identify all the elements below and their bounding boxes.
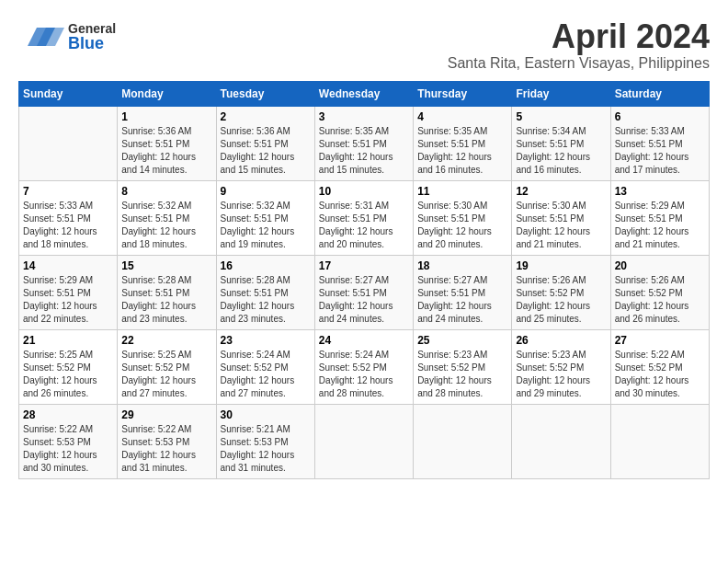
day-cell: 8Sunrise: 5:32 AM Sunset: 5:51 PM Daylig… (118, 180, 216, 255)
day-cell: 17Sunrise: 5:27 AM Sunset: 5:51 PM Dayli… (314, 255, 413, 329)
day-cell: 1Sunrise: 5:36 AM Sunset: 5:51 PM Daylig… (118, 106, 216, 180)
day-cell: 21Sunrise: 5:25 AM Sunset: 5:52 PM Dayli… (19, 329, 118, 404)
day-info: Sunrise: 5:31 AM Sunset: 5:51 PM Dayligh… (319, 201, 393, 249)
day-cell: 22Sunrise: 5:25 AM Sunset: 5:52 PM Dayli… (118, 329, 216, 404)
day-number: 24 (319, 334, 409, 347)
page-header: General Blue April 2024 Santa Rita, East… (18, 18, 710, 72)
col-header-tuesday: Tuesday (216, 81, 314, 106)
day-number: 23 (221, 334, 311, 347)
day-number: 1 (121, 110, 211, 123)
calendar-table: SundayMondayTuesdayWednesdayThursdayFrid… (18, 81, 710, 479)
col-header-saturday: Saturday (610, 81, 709, 106)
col-header-friday: Friday (512, 81, 610, 106)
day-info: Sunrise: 5:25 AM Sunset: 5:52 PM Dayligh… (121, 350, 196, 398)
day-cell (19, 106, 118, 180)
col-header-monday: Monday (118, 81, 216, 106)
day-cell: 7Sunrise: 5:33 AM Sunset: 5:51 PM Daylig… (19, 180, 118, 255)
day-cell: 29Sunrise: 5:22 AM Sunset: 5:53 PM Dayli… (118, 404, 216, 478)
day-info: Sunrise: 5:21 AM Sunset: 5:53 PM Dayligh… (221, 424, 295, 473)
day-info: Sunrise: 5:25 AM Sunset: 5:52 PM Dayligh… (23, 350, 97, 398)
day-cell: 25Sunrise: 5:23 AM Sunset: 5:52 PM Dayli… (414, 329, 512, 404)
day-info: Sunrise: 5:24 AM Sunset: 5:52 PM Dayligh… (319, 350, 393, 398)
day-cell: 26Sunrise: 5:23 AM Sunset: 5:52 PM Dayli… (512, 329, 610, 404)
day-cell (414, 404, 512, 478)
logo-icon (18, 18, 64, 55)
day-cell: 18Sunrise: 5:27 AM Sunset: 5:51 PM Dayli… (414, 255, 512, 329)
day-cell (610, 404, 709, 478)
day-number: 4 (417, 110, 507, 123)
day-number: 12 (516, 185, 606, 198)
day-number: 25 (417, 334, 507, 347)
week-row-2: 7Sunrise: 5:33 AM Sunset: 5:51 PM Daylig… (19, 180, 710, 255)
day-info: Sunrise: 5:22 AM Sunset: 5:53 PM Dayligh… (121, 424, 196, 473)
day-number: 14 (23, 259, 113, 272)
day-number: 30 (221, 408, 311, 421)
day-cell: 16Sunrise: 5:28 AM Sunset: 5:51 PM Dayli… (216, 255, 314, 329)
day-number: 11 (417, 185, 507, 198)
calendar-header-row: SundayMondayTuesdayWednesdayThursdayFrid… (19, 81, 710, 106)
day-info: Sunrise: 5:24 AM Sunset: 5:52 PM Dayligh… (221, 350, 295, 398)
day-number: 15 (121, 259, 211, 272)
day-cell: 2Sunrise: 5:36 AM Sunset: 5:51 PM Daylig… (216, 106, 314, 180)
day-number: 28 (23, 408, 113, 421)
day-info: Sunrise: 5:36 AM Sunset: 5:51 PM Dayligh… (221, 126, 295, 175)
day-cell: 11Sunrise: 5:30 AM Sunset: 5:51 PM Dayli… (414, 180, 512, 255)
day-info: Sunrise: 5:28 AM Sunset: 5:51 PM Dayligh… (121, 275, 196, 324)
month-title: April 2024 (448, 18, 710, 55)
day-cell: 20Sunrise: 5:26 AM Sunset: 5:52 PM Dayli… (610, 255, 709, 329)
day-number: 21 (23, 334, 113, 347)
day-number: 5 (516, 110, 606, 123)
day-info: Sunrise: 5:36 AM Sunset: 5:51 PM Dayligh… (121, 126, 196, 175)
day-cell (512, 404, 610, 478)
day-info: Sunrise: 5:30 AM Sunset: 5:51 PM Dayligh… (516, 201, 590, 249)
day-cell: 6Sunrise: 5:33 AM Sunset: 5:51 PM Daylig… (610, 106, 709, 180)
day-cell: 28Sunrise: 5:22 AM Sunset: 5:53 PM Dayli… (19, 404, 118, 478)
day-number: 9 (221, 185, 311, 198)
day-info: Sunrise: 5:22 AM Sunset: 5:53 PM Dayligh… (23, 424, 97, 473)
day-number: 3 (319, 110, 409, 123)
day-info: Sunrise: 5:27 AM Sunset: 5:51 PM Dayligh… (319, 275, 393, 324)
day-number: 6 (615, 110, 705, 123)
col-header-sunday: Sunday (19, 81, 118, 106)
day-number: 18 (417, 259, 507, 272)
location-title: Santa Rita, Eastern Visayas, Philippines (448, 55, 710, 72)
day-number: 7 (23, 185, 113, 198)
day-number: 13 (615, 185, 705, 198)
day-info: Sunrise: 5:26 AM Sunset: 5:52 PM Dayligh… (516, 275, 590, 324)
week-row-5: 28Sunrise: 5:22 AM Sunset: 5:53 PM Dayli… (19, 404, 710, 478)
day-cell (314, 404, 413, 478)
day-info: Sunrise: 5:33 AM Sunset: 5:51 PM Dayligh… (23, 201, 97, 249)
day-cell: 3Sunrise: 5:35 AM Sunset: 5:51 PM Daylig… (314, 106, 413, 180)
day-info: Sunrise: 5:30 AM Sunset: 5:51 PM Dayligh… (417, 201, 492, 249)
logo: General Blue (18, 18, 116, 55)
col-header-wednesday: Wednesday (314, 81, 413, 106)
week-row-3: 14Sunrise: 5:29 AM Sunset: 5:51 PM Dayli… (19, 255, 710, 329)
day-number: 22 (121, 334, 211, 347)
col-header-thursday: Thursday (414, 81, 512, 106)
day-cell: 30Sunrise: 5:21 AM Sunset: 5:53 PM Dayli… (216, 404, 314, 478)
day-info: Sunrise: 5:32 AM Sunset: 5:51 PM Dayligh… (221, 201, 295, 249)
day-cell: 14Sunrise: 5:29 AM Sunset: 5:51 PM Dayli… (19, 255, 118, 329)
day-cell: 19Sunrise: 5:26 AM Sunset: 5:52 PM Dayli… (512, 255, 610, 329)
day-number: 26 (516, 334, 606, 347)
logo-blue-text: Blue (68, 35, 116, 52)
day-number: 16 (221, 259, 311, 272)
day-number: 27 (615, 334, 705, 347)
day-info: Sunrise: 5:32 AM Sunset: 5:51 PM Dayligh… (121, 201, 196, 249)
day-info: Sunrise: 5:23 AM Sunset: 5:52 PM Dayligh… (417, 350, 492, 398)
day-number: 2 (221, 110, 311, 123)
day-info: Sunrise: 5:23 AM Sunset: 5:52 PM Dayligh… (516, 350, 590, 398)
day-info: Sunrise: 5:29 AM Sunset: 5:51 PM Dayligh… (615, 201, 689, 249)
day-info: Sunrise: 5:35 AM Sunset: 5:51 PM Dayligh… (319, 126, 393, 175)
day-number: 10 (319, 185, 409, 198)
day-cell: 27Sunrise: 5:22 AM Sunset: 5:52 PM Dayli… (610, 329, 709, 404)
week-row-1: 1Sunrise: 5:36 AM Sunset: 5:51 PM Daylig… (19, 106, 710, 180)
day-info: Sunrise: 5:27 AM Sunset: 5:51 PM Dayligh… (417, 275, 492, 324)
day-info: Sunrise: 5:34 AM Sunset: 5:51 PM Dayligh… (516, 126, 590, 175)
day-number: 17 (319, 259, 409, 272)
week-row-4: 21Sunrise: 5:25 AM Sunset: 5:52 PM Dayli… (19, 329, 710, 404)
day-cell: 5Sunrise: 5:34 AM Sunset: 5:51 PM Daylig… (512, 106, 610, 180)
day-cell: 13Sunrise: 5:29 AM Sunset: 5:51 PM Dayli… (610, 180, 709, 255)
day-cell: 24Sunrise: 5:24 AM Sunset: 5:52 PM Dayli… (314, 329, 413, 404)
day-info: Sunrise: 5:33 AM Sunset: 5:51 PM Dayligh… (615, 126, 689, 175)
